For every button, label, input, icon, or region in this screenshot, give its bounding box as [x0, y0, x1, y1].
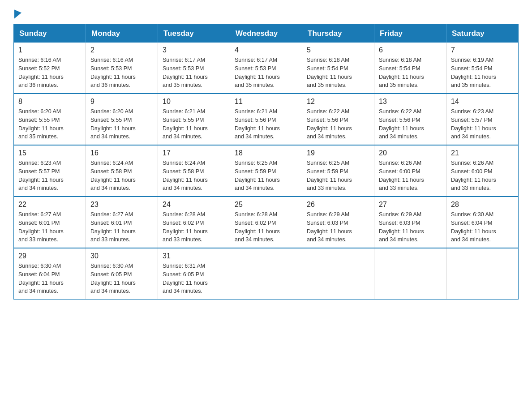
- calendar-table: SundayMondayTuesdayWednesdayThursdayFrid…: [13, 24, 519, 300]
- day-number: 30: [90, 252, 153, 260]
- calendar-cell: 19 Sunrise: 6:25 AM Sunset: 5:59 PM Dayl…: [302, 145, 374, 197]
- day-number: 12: [307, 98, 369, 106]
- calendar-cell: 6 Sunrise: 6:18 AM Sunset: 5:54 PM Dayli…: [374, 43, 446, 94]
- calendar-cell: 8 Sunrise: 6:20 AM Sunset: 5:55 PM Dayli…: [14, 94, 86, 145]
- day-number: 22: [18, 201, 81, 209]
- day-info: Sunrise: 6:17 AM Sunset: 5:53 PM Dayligh…: [163, 56, 225, 90]
- day-info: Sunrise: 6:18 AM Sunset: 5:54 PM Dayligh…: [307, 56, 369, 90]
- day-info: Sunrise: 6:30 AM Sunset: 6:04 PM Dayligh…: [451, 210, 514, 244]
- calendar-cell: 9 Sunrise: 6:20 AM Sunset: 5:55 PM Dayli…: [86, 94, 158, 145]
- calendar-cell: 1 Sunrise: 6:16 AM Sunset: 5:52 PM Dayli…: [14, 43, 86, 94]
- day-number: 28: [451, 201, 514, 209]
- day-info: Sunrise: 6:25 AM Sunset: 5:59 PM Dayligh…: [307, 159, 369, 193]
- calendar-cell: 18 Sunrise: 6:25 AM Sunset: 5:59 PM Dayl…: [230, 145, 302, 197]
- day-info: Sunrise: 6:26 AM Sunset: 6:00 PM Dayligh…: [451, 159, 514, 193]
- day-number: 20: [379, 149, 442, 157]
- calendar-cell: 7 Sunrise: 6:19 AM Sunset: 5:54 PM Dayli…: [446, 43, 519, 94]
- day-info: Sunrise: 6:23 AM Sunset: 5:57 PM Dayligh…: [451, 107, 514, 141]
- day-number: 26: [307, 201, 369, 209]
- day-info: Sunrise: 6:27 AM Sunset: 6:01 PM Dayligh…: [18, 210, 81, 244]
- calendar-cell: 27 Sunrise: 6:29 AM Sunset: 6:03 PM Dayl…: [374, 197, 446, 248]
- day-number: 2: [90, 46, 153, 54]
- calendar-cell: 20 Sunrise: 6:26 AM Sunset: 6:00 PM Dayl…: [374, 145, 446, 197]
- day-info: Sunrise: 6:22 AM Sunset: 5:56 PM Dayligh…: [379, 107, 442, 141]
- calendar-cell: 11 Sunrise: 6:21 AM Sunset: 5:56 PM Dayl…: [230, 94, 302, 145]
- calendar-cell: [230, 248, 302, 300]
- day-info: Sunrise: 6:21 AM Sunset: 5:55 PM Dayligh…: [163, 107, 225, 141]
- calendar-cell: 4 Sunrise: 6:17 AM Sunset: 5:53 PM Dayli…: [230, 43, 302, 94]
- day-number: 6: [379, 46, 442, 54]
- col-header-friday: Friday: [374, 25, 446, 43]
- calendar-week-row: 1 Sunrise: 6:16 AM Sunset: 5:52 PM Dayli…: [14, 43, 519, 94]
- day-number: 29: [18, 252, 81, 260]
- calendar-cell: 12 Sunrise: 6:22 AM Sunset: 5:56 PM Dayl…: [302, 94, 374, 145]
- logo: [13, 9, 21, 15]
- col-header-sunday: Sunday: [14, 25, 86, 43]
- day-info: Sunrise: 6:30 AM Sunset: 6:05 PM Dayligh…: [90, 262, 153, 295]
- day-number: 3: [163, 46, 225, 54]
- calendar-cell: 25 Sunrise: 6:28 AM Sunset: 6:02 PM Dayl…: [230, 197, 302, 248]
- day-info: Sunrise: 6:17 AM Sunset: 5:53 PM Dayligh…: [235, 56, 297, 90]
- calendar-cell: 23 Sunrise: 6:27 AM Sunset: 6:01 PM Dayl…: [86, 197, 158, 248]
- day-number: 25: [235, 201, 297, 209]
- calendar-cell: 10 Sunrise: 6:21 AM Sunset: 5:55 PM Dayl…: [158, 94, 230, 145]
- calendar-week-row: 15 Sunrise: 6:23 AM Sunset: 5:57 PM Dayl…: [14, 145, 519, 197]
- day-info: Sunrise: 6:30 AM Sunset: 6:04 PM Dayligh…: [18, 262, 81, 295]
- calendar-week-row: 22 Sunrise: 6:27 AM Sunset: 6:01 PM Dayl…: [14, 197, 519, 248]
- day-number: 8: [18, 98, 81, 106]
- day-number: 31: [163, 252, 225, 260]
- calendar-cell: 14 Sunrise: 6:23 AM Sunset: 5:57 PM Dayl…: [446, 94, 519, 145]
- day-number: 27: [379, 201, 442, 209]
- day-info: Sunrise: 6:16 AM Sunset: 5:53 PM Dayligh…: [90, 56, 153, 90]
- page-header: [13, 9, 519, 15]
- day-info: Sunrise: 6:29 AM Sunset: 6:03 PM Dayligh…: [307, 210, 369, 244]
- calendar-week-row: 8 Sunrise: 6:20 AM Sunset: 5:55 PM Dayli…: [14, 94, 519, 145]
- calendar-cell: 17 Sunrise: 6:24 AM Sunset: 5:58 PM Dayl…: [158, 145, 230, 197]
- day-info: Sunrise: 6:23 AM Sunset: 5:57 PM Dayligh…: [18, 159, 81, 193]
- day-number: 7: [451, 46, 514, 54]
- col-header-thursday: Thursday: [302, 25, 374, 43]
- calendar-cell: 31 Sunrise: 6:31 AM Sunset: 6:05 PM Dayl…: [158, 248, 230, 300]
- day-number: 14: [451, 98, 514, 106]
- calendar-cell: 13 Sunrise: 6:22 AM Sunset: 5:56 PM Dayl…: [374, 94, 446, 145]
- day-number: 23: [90, 201, 153, 209]
- day-info: Sunrise: 6:29 AM Sunset: 6:03 PM Dayligh…: [379, 210, 442, 244]
- calendar-cell: [446, 248, 519, 300]
- col-header-wednesday: Wednesday: [230, 25, 302, 43]
- day-info: Sunrise: 6:18 AM Sunset: 5:54 PM Dayligh…: [379, 56, 442, 90]
- day-info: Sunrise: 6:20 AM Sunset: 5:55 PM Dayligh…: [90, 107, 153, 141]
- day-number: 16: [90, 149, 153, 157]
- day-info: Sunrise: 6:26 AM Sunset: 6:00 PM Dayligh…: [379, 159, 442, 193]
- day-number: 17: [163, 149, 225, 157]
- calendar-cell: 5 Sunrise: 6:18 AM Sunset: 5:54 PM Dayli…: [302, 43, 374, 94]
- day-number: 10: [163, 98, 225, 106]
- day-number: 5: [307, 46, 369, 54]
- day-info: Sunrise: 6:27 AM Sunset: 6:01 PM Dayligh…: [90, 210, 153, 244]
- day-info: Sunrise: 6:28 AM Sunset: 6:02 PM Dayligh…: [163, 210, 225, 244]
- day-info: Sunrise: 6:22 AM Sunset: 5:56 PM Dayligh…: [307, 107, 369, 141]
- day-info: Sunrise: 6:16 AM Sunset: 5:52 PM Dayligh…: [18, 56, 81, 90]
- calendar-week-row: 29 Sunrise: 6:30 AM Sunset: 6:04 PM Dayl…: [14, 248, 519, 300]
- calendar-cell: 26 Sunrise: 6:29 AM Sunset: 6:03 PM Dayl…: [302, 197, 374, 248]
- day-info: Sunrise: 6:21 AM Sunset: 5:56 PM Dayligh…: [235, 107, 297, 141]
- calendar-header-row: SundayMondayTuesdayWednesdayThursdayFrid…: [14, 25, 519, 43]
- calendar-cell: 30 Sunrise: 6:30 AM Sunset: 6:05 PM Dayl…: [86, 248, 158, 300]
- day-number: 9: [90, 98, 153, 106]
- col-header-tuesday: Tuesday: [158, 25, 230, 43]
- day-number: 19: [307, 149, 369, 157]
- calendar-cell: 29 Sunrise: 6:30 AM Sunset: 6:04 PM Dayl…: [14, 248, 86, 300]
- day-number: 11: [235, 98, 297, 106]
- day-info: Sunrise: 6:31 AM Sunset: 6:05 PM Dayligh…: [163, 262, 225, 295]
- day-number: 13: [379, 98, 442, 106]
- calendar-cell: 3 Sunrise: 6:17 AM Sunset: 5:53 PM Dayli…: [158, 43, 230, 94]
- day-info: Sunrise: 6:28 AM Sunset: 6:02 PM Dayligh…: [235, 210, 297, 244]
- calendar-cell: 22 Sunrise: 6:27 AM Sunset: 6:01 PM Dayl…: [14, 197, 86, 248]
- day-number: 24: [163, 201, 225, 209]
- calendar-cell: 2 Sunrise: 6:16 AM Sunset: 5:53 PM Dayli…: [86, 43, 158, 94]
- day-info: Sunrise: 6:19 AM Sunset: 5:54 PM Dayligh…: [451, 56, 514, 90]
- day-number: 15: [18, 149, 81, 157]
- calendar-cell: 24 Sunrise: 6:28 AM Sunset: 6:02 PM Dayl…: [158, 197, 230, 248]
- day-number: 4: [235, 46, 297, 54]
- col-header-monday: Monday: [86, 25, 158, 43]
- calendar-cell: 15 Sunrise: 6:23 AM Sunset: 5:57 PM Dayl…: [14, 145, 86, 197]
